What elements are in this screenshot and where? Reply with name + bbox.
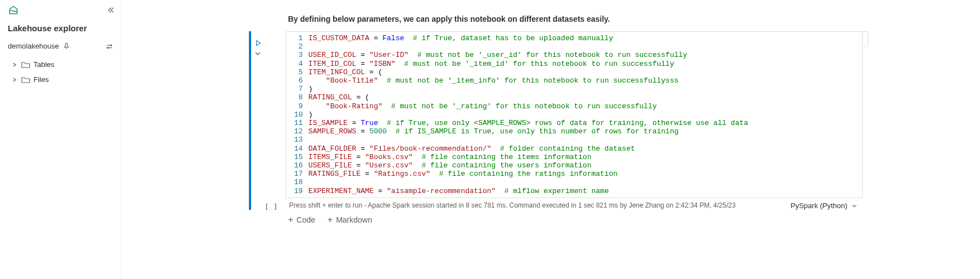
add-code-label: Code [296, 215, 315, 224]
code-content[interactable]: IS_CUSTOM_DATA = False # if True, datase… [309, 34, 862, 195]
lakehouse-logo-icon [8, 4, 19, 16]
plus-icon: + [288, 215, 293, 224]
lakehouse-name: demolakehouse [8, 42, 59, 50]
tree-label: Tables [33, 60, 55, 69]
folder-icon [21, 61, 30, 69]
pin-icon[interactable] [63, 42, 70, 50]
chevron-right-icon [12, 78, 18, 82]
lakehouse-selector[interactable]: demolakehouse [0, 39, 121, 54]
collapse-sidebar-icon[interactable] [107, 6, 114, 14]
sidebar-title: Lakehouse explorer [0, 18, 121, 39]
chevron-right-icon [12, 62, 18, 67]
tree-item-files[interactable]: Files [10, 72, 119, 87]
tree-item-tables[interactable]: Tables [10, 57, 119, 72]
language-dropdown[interactable]: PySpark (Python) [791, 201, 858, 210]
add-cell-row: + Code + Markdown [122, 210, 980, 224]
run-cell-button[interactable] [254, 39, 262, 47]
line-gutter: 12345678910111213141516171819 [286, 34, 309, 195]
language-label: PySpark (Python) [791, 201, 848, 210]
code-editor[interactable]: 12345678910111213141516171819 IS_CUSTOM_… [286, 31, 863, 198]
swap-lakehouse-icon[interactable] [105, 42, 113, 50]
code-cell[interactable]: 12345678910111213141516171819 IS_CUSTOM_… [122, 31, 980, 210]
add-markdown-label: Markdown [336, 215, 372, 224]
cell-active-indicator [249, 31, 251, 210]
explorer-tree: Tables Files [0, 54, 121, 87]
add-code-cell-button[interactable]: + Code [288, 215, 315, 224]
add-markdown-cell-button[interactable]: + Markdown [328, 215, 372, 224]
plus-icon: + [328, 215, 333, 224]
cell-status-text: Press shift + enter to run - Apache Spar… [289, 201, 736, 209]
sidebar: Lakehouse explorer demolakehouse [0, 0, 122, 279]
tree-label: Files [33, 75, 49, 84]
cell-run-menu-chevron-icon[interactable] [254, 50, 262, 57]
cell-output-marker: [ ] [265, 203, 277, 211]
folder-icon [21, 76, 30, 84]
markdown-heading: By defining below parameters, we can app… [122, 0, 980, 31]
notebook-main: By defining below parameters, we can app… [122, 0, 980, 279]
